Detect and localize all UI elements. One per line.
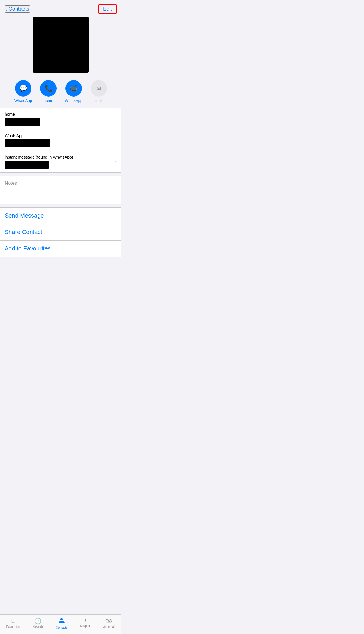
video-icon: 📹 bbox=[70, 85, 77, 92]
instant-message-value bbox=[5, 161, 49, 169]
mail-icon: ✉ bbox=[96, 86, 101, 91]
avatar bbox=[33, 17, 89, 73]
whatsapp-number-value bbox=[5, 139, 50, 147]
back-button[interactable]: ‹ Contacts bbox=[5, 5, 30, 13]
avatar-section bbox=[0, 17, 121, 78]
instant-message-label: instant message (found in WhatsApp) bbox=[5, 155, 117, 159]
mail-label: mail bbox=[95, 98, 102, 103]
instant-message-row[interactable]: instant message (found in WhatsApp) › bbox=[5, 151, 117, 172]
whatsapp-number-label: WhatsApp bbox=[5, 133, 117, 138]
home-call-circle: 📞 bbox=[40, 80, 57, 97]
action-button-whatsapp-message[interactable]: 💬 WhatsApp bbox=[14, 80, 32, 103]
send-message-row[interactable]: Send Message bbox=[0, 208, 121, 224]
home-phone-value bbox=[5, 118, 40, 126]
home-phone-label: home bbox=[5, 112, 117, 117]
action-links-section: Send Message Share Contact Add to Favour… bbox=[0, 207, 121, 257]
phone-icon: 📞 bbox=[45, 85, 53, 92]
chevron-right-icon: › bbox=[115, 159, 117, 165]
action-button-whatsapp-video[interactable]: 📹 WhatsApp bbox=[65, 80, 82, 103]
home-phone-row: home bbox=[5, 108, 117, 130]
header: ‹ Contacts Edit bbox=[0, 0, 121, 17]
share-contact-label: Share Contact bbox=[5, 229, 42, 235]
notes-section: Notes bbox=[0, 176, 121, 204]
edit-button[interactable]: Edit bbox=[98, 4, 117, 14]
share-contact-row[interactable]: Share Contact bbox=[0, 224, 121, 241]
add-to-favourites-row[interactable]: Add to Favourites bbox=[0, 241, 121, 257]
mail-circle: ✉ bbox=[91, 80, 107, 97]
back-label: Contacts bbox=[9, 6, 29, 12]
whatsapp-message-label: WhatsApp bbox=[14, 98, 32, 103]
info-section: home WhatsApp instant message (found in … bbox=[0, 108, 121, 173]
send-message-label: Send Message bbox=[5, 212, 44, 219]
add-to-favourites-label: Add to Favourites bbox=[5, 245, 51, 252]
action-button-mail[interactable]: ✉ mail bbox=[91, 80, 107, 103]
whatsapp-video-label: WhatsApp bbox=[65, 98, 82, 103]
whatsapp-number-row: WhatsApp bbox=[5, 130, 117, 151]
action-buttons-row: 💬 WhatsApp 📞 home 📹 WhatsApp ✉ mail bbox=[0, 78, 121, 108]
action-button-home-call[interactable]: 📞 home bbox=[40, 80, 57, 103]
chat-bubble-icon: 💬 bbox=[19, 85, 27, 92]
whatsapp-message-circle: 💬 bbox=[15, 80, 31, 97]
notes-label: Notes bbox=[5, 181, 17, 186]
back-chevron-icon: ‹ bbox=[5, 6, 7, 12]
whatsapp-video-circle: 📹 bbox=[65, 80, 82, 97]
home-call-label: home bbox=[44, 98, 53, 103]
